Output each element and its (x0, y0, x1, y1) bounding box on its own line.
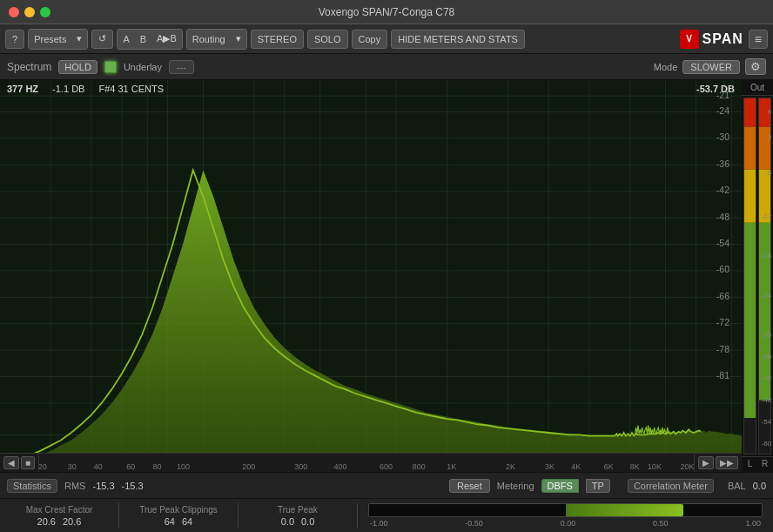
presets-button[interactable]: Presets (29, 30, 71, 49)
stereo-button[interactable]: STEREO (251, 30, 304, 49)
hide-meters-button[interactable]: HIDE METERS AND STATS (391, 30, 525, 49)
corr-tick-05: 0.50 (653, 519, 669, 528)
spectrum-display[interactable]: 377 HZ -1.1 DB F#4 31 CENTS -53.7 DB (0, 80, 742, 472)
svg-rect-54 (759, 127, 770, 170)
svg-rect-56 (759, 223, 770, 401)
scroll-right-end[interactable]: ▶▶ (716, 456, 738, 469)
statistics-label: Statistics (7, 479, 57, 493)
svg-text:-72: -72 (716, 317, 729, 327)
active-led[interactable] (104, 61, 117, 73)
svg-text:-48: -48 (716, 211, 729, 221)
scroll-left-button[interactable]: ◀ (3, 456, 19, 469)
note-value: F#4 31 CENTS (98, 84, 164, 94)
freq-tick-3k: 3K (545, 462, 555, 471)
ab-b-button[interactable]: B (135, 30, 151, 49)
true-peak-l: 0.0 (281, 516, 294, 527)
corr-tick-1: 1.00 (745, 519, 761, 528)
vu-left-bar (743, 98, 756, 455)
freq-tick-400: 400 (333, 462, 346, 471)
svg-marker-35 (0, 170, 742, 472)
tp-button[interactable]: TP (586, 479, 610, 493)
svg-text:-66: -66 (716, 291, 729, 301)
reset-button[interactable]: Reset (449, 479, 490, 493)
correlation-meter-container: -1.00 -0.50 0.00 0.50 1.00 (365, 502, 766, 529)
freq-tick-100: 100 (177, 462, 190, 471)
true-peak-clip-label: True Peak Clippings (139, 505, 218, 515)
stat-divider-3 (357, 503, 358, 528)
svg-rect-55 (759, 170, 770, 223)
svg-rect-49 (744, 127, 756, 170)
spectrum-svg: -21 -24 -30 -36 -42 -48 -54 -60 -66 -72 … (0, 80, 742, 472)
true-peak-clips-group: True Peak Clippings 64 64 (126, 505, 231, 527)
correlation-center-line (566, 504, 567, 516)
vu-right-svg (759, 98, 770, 454)
scroll-home-button[interactable]: ■ (21, 456, 35, 469)
freq-tick-30: 30 (68, 462, 77, 471)
svg-text:-78: -78 (716, 343, 729, 354)
scroll-left-btns: ◀ ■ (0, 454, 39, 473)
true-peak-clip-values: 64 64 (165, 516, 193, 527)
freq-tick-600: 600 (380, 462, 393, 471)
ab-a-button[interactable]: A (118, 30, 134, 49)
routing-button[interactable]: Routing (187, 30, 231, 49)
window-controls (9, 7, 50, 17)
corr-tick-0: 0.00 (561, 519, 576, 528)
bal-label: BAL (728, 481, 746, 491)
close-button[interactable] (9, 7, 19, 17)
svg-rect-52 (744, 418, 756, 454)
rms-r-value: -15.3 (122, 481, 144, 491)
max-crest-group: Max Crest Factor 20.6 20.6 (7, 505, 111, 527)
dbfs-button[interactable]: DBFS (541, 479, 579, 493)
stat-divider-1 (118, 503, 119, 528)
routing-group: Routing ▾ (186, 29, 247, 50)
solo-button[interactable]: SOLO (307, 30, 348, 49)
true-peak-group: True Peak 0.0 0.0 (245, 505, 350, 527)
presets-dropdown[interactable]: ▾ (71, 30, 87, 49)
plugin-area: Spectrum HOLD Underlay --- Mode SLOWER ⚙… (0, 54, 773, 532)
svg-text:-36: -36 (716, 158, 729, 169)
main-area: Spectrum HOLD Underlay --- Mode SLOWER ⚙… (0, 54, 773, 532)
max-crest-label: Max Crest Factor (26, 505, 93, 515)
svg-text:-81: -81 (716, 370, 729, 380)
vu-out-label: Out (742, 80, 773, 96)
svg-text:-24: -24 (716, 105, 729, 116)
svg-text:-21: -21 (716, 89, 729, 99)
bal-value: 0.0 (753, 481, 766, 491)
refresh-button[interactable]: ↺ (91, 30, 113, 49)
freq-tick-4k: 4K (571, 462, 581, 471)
underlay-value[interactable]: --- (169, 60, 194, 74)
rms-label: RMS (64, 481, 85, 491)
freq-tick-1k: 1K (447, 462, 456, 471)
svg-text:-54: -54 (716, 238, 729, 248)
routing-dropdown[interactable]: ▾ (231, 30, 246, 49)
svg-rect-51 (744, 223, 756, 418)
freq-tick-200: 200 (242, 462, 255, 471)
freq-tick-20k: 20K (680, 462, 694, 471)
ab-copy-button[interactable]: A▶B (151, 30, 182, 49)
corr-tick-minus05: -0.50 (465, 519, 483, 528)
rms-l-value: -15.3 (92, 481, 114, 491)
true-peak-clip-l: 64 (165, 516, 175, 527)
freq-info: 377 HZ -1.1 DB F#4 31 CENTS (7, 84, 164, 94)
minimize-button[interactable] (24, 7, 35, 17)
freq-hz-value: 377 HZ (7, 84, 38, 94)
svg-text:-60: -60 (716, 264, 729, 274)
freq-tick-6k: 6K (604, 462, 614, 471)
maximize-button[interactable] (40, 7, 50, 17)
copy-button[interactable]: Copy (352, 30, 388, 49)
menu-button[interactable]: ≡ (749, 30, 768, 49)
freq-tick-2k: 2K (506, 462, 515, 471)
settings-button[interactable]: ⚙ (745, 58, 766, 75)
mode-button[interactable]: SLOWER (682, 60, 740, 74)
vu-meters-bars: 6 0 -6 -12 -18 -24 -30 -36 -42 -48 -54 -… (742, 96, 773, 456)
svg-rect-48 (744, 98, 756, 127)
stat-divider-2 (238, 503, 239, 528)
scroll-right-play[interactable]: ▶ (698, 456, 714, 469)
svg-rect-50 (744, 170, 756, 223)
freq-tick-8k: 8K (630, 462, 640, 471)
max-crest-r: 20.6 (63, 516, 81, 527)
correlation-fill (566, 504, 683, 516)
spectrum-header: Spectrum HOLD Underlay --- Mode SLOWER ⚙ (0, 54, 773, 80)
help-button[interactable]: ? (5, 30, 24, 49)
hold-button[interactable]: HOLD (58, 60, 97, 74)
